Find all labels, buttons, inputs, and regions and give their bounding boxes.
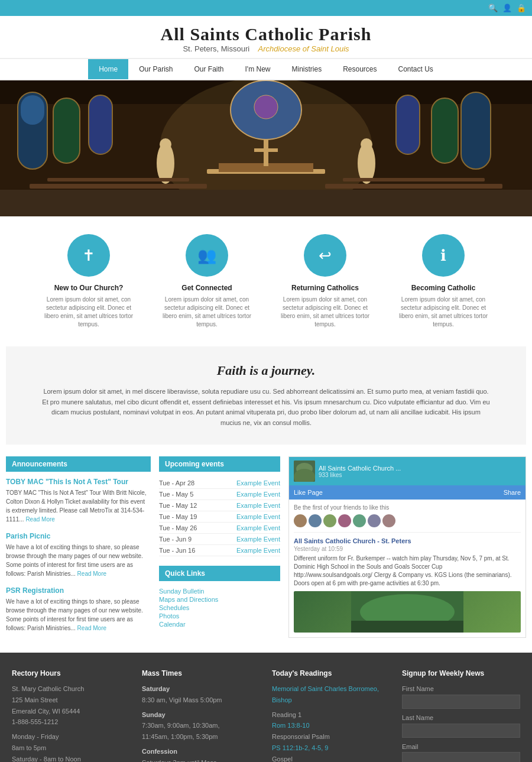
event-4-link[interactable]: Example Event <box>236 513 280 520</box>
icon-get-connected: 👥 Get Connected Lorem ipsum dolor sit am… <box>160 234 254 329</box>
mass-sunday-times2: 11:45am, 1:00pm, 5:30pm <box>142 731 260 742</box>
readings-memorial[interactable]: Memorial of Saint Charles Borromeo, Bish… <box>272 683 390 705</box>
events-header: Upcoming events <box>159 456 280 472</box>
nav-our-parish[interactable]: Our Parish <box>128 59 183 79</box>
user-icon[interactable]: 👤 <box>502 4 512 12</box>
footer: Rectory Hours St. Mary Catholic Church 1… <box>0 653 532 762</box>
get-connected-icon[interactable]: 👥 <box>186 234 228 277</box>
event-1-link[interactable]: Example Event <box>236 479 280 487</box>
quick-links: Quick Links Sunday Bulletin Maps and Dir… <box>159 566 280 628</box>
announcement-psr-read-more[interactable]: Read More <box>77 625 106 631</box>
announcement-toby-title[interactable]: TOBY MAC "This Is Not A Test" Tour <box>6 478 151 486</box>
svg-rect-5 <box>53 98 80 163</box>
announcement-picnic-read-more[interactable]: Read More <box>77 570 106 577</box>
mass-confession-times: Saturdays 3pm until Mass <box>142 757 260 763</box>
fb-share-btn[interactable]: Share <box>504 489 521 496</box>
readings-gospel: Gospel Lk 14:25-33 <box>272 754 390 763</box>
svg-rect-24 <box>343 178 485 181</box>
mass-confession-label: Confession <box>142 746 260 757</box>
event-7-link[interactable]: Example Event <box>236 547 280 554</box>
quick-link-photos[interactable]: Photos <box>159 612 280 620</box>
event-5-date: Tue - May 26 <box>159 524 197 531</box>
svg-rect-20 <box>0 190 532 216</box>
svg-rect-9 <box>396 95 420 154</box>
event-5-link[interactable]: Example Event <box>236 524 280 531</box>
rectory-weekdays-label: Monday - Friday <box>12 731 130 742</box>
event-3-link[interactable]: Example Event <box>236 502 280 509</box>
rectory-weekdays-hours: 8am to 5pm <box>12 742 130 754</box>
fb-like-page-btn[interactable]: Like Page <box>294 489 323 496</box>
announcement-toby-read-more[interactable]: Read More <box>25 516 54 523</box>
announcements-header: Announcements <box>6 456 151 472</box>
new-church-icon[interactable]: ✝ <box>67 234 110 277</box>
svg-point-19 <box>361 138 372 150</box>
get-connected-title: Get Connected <box>160 284 254 292</box>
announcement-psr-title[interactable]: PSR Registration <box>6 586 151 595</box>
fb-avatar-5 <box>353 514 366 527</box>
fb-be-first: Be the first of your friends to like thi… <box>294 504 521 511</box>
fb-post-time: Yesterday at 10:59 <box>294 546 521 552</box>
svg-rect-21 <box>30 184 207 189</box>
new-church-title: New to Our Church? <box>41 284 136 292</box>
search-icon[interactable]: 🔍 <box>488 4 498 12</box>
nav-contact[interactable]: Contact Us <box>388 59 444 79</box>
signup-first-label: First Name <box>402 683 520 695</box>
announcement-picnic-title[interactable]: Parish Picnic <box>6 532 151 540</box>
archdiocese: Archdiocese of Saint Louis <box>258 44 349 53</box>
readings-reading1: Reading 1 Rom 13:8-10 <box>272 709 390 731</box>
fb-post-author: All Saints Catholic Church - St. Peters <box>294 537 521 544</box>
rectory-church: St. Mary Catholic Church <box>12 683 130 695</box>
fb-avatar-3 <box>323 514 336 527</box>
fb-avatar-6 <box>368 514 381 527</box>
svg-rect-23 <box>47 178 189 181</box>
rectory-address: 125 Main Street <box>12 695 130 706</box>
nav-home[interactable]: Home <box>88 59 128 79</box>
quick-link-schedules[interactable]: Schedules <box>159 604 280 612</box>
get-connected-desc: Lorem ipsum dolor sit amet, con sectetur… <box>160 296 254 329</box>
quick-link-calendar[interactable]: Calendar <box>159 620 280 628</box>
facebook-widget: All Saints Catholic Church ... 933 likes… <box>288 456 526 638</box>
event-2-link[interactable]: Example Event <box>236 491 280 498</box>
returning-icon[interactable]: ↩ <box>304 234 346 277</box>
fb-post: All Saints Catholic Church - St. Peters … <box>294 532 521 633</box>
readings-reading1-ref[interactable]: Rom 13:8-10 <box>272 720 390 731</box>
icon-becoming: ℹ Becoming Catholic Lorem ipsum dolor si… <box>396 234 491 329</box>
site-subtitle: St. Peters, Missouri Archdiocese of Sain… <box>6 44 526 53</box>
svg-point-11 <box>254 95 278 119</box>
announcement-toby: TOBY MAC "This Is Not A Test" Tour TOBY … <box>6 478 151 524</box>
signup-first-input[interactable] <box>402 695 520 709</box>
nav-our-faith[interactable]: Our Faith <box>184 59 235 79</box>
site-header: All Saints Catholic Parish St. Peters, M… <box>0 16 532 58</box>
nav-ministries[interactable]: Ministries <box>281 59 332 79</box>
svg-rect-30 <box>351 621 463 633</box>
signup-last-input[interactable] <box>402 724 520 738</box>
events-column: Upcoming events Tue - Apr 28 Example Eve… <box>159 456 280 641</box>
event-6-link[interactable]: Example Event <box>236 536 280 543</box>
signup-email-label: Email <box>402 741 520 753</box>
quick-link-bulletin[interactable]: Sunday Bulletin <box>159 587 280 595</box>
fb-avatar-2 <box>309 514 322 527</box>
rectory-phone: 1-888-555-1212 <box>12 716 130 728</box>
hero-bg <box>0 80 532 216</box>
event-7-date: Tue - Jun 16 <box>159 547 195 554</box>
event-5: Tue - May 26 Example Event <box>159 523 280 534</box>
faith-body: Lorem ipsum dolor sit amet, in mel disce… <box>41 387 491 428</box>
announcement-toby-body: TOBY MAC "This Is Not A Test" Tour With … <box>6 488 151 524</box>
new-church-desc: Lorem ipsum dolor sit amet, con sectetur… <box>41 296 136 329</box>
nav-resources[interactable]: Resources <box>332 59 387 79</box>
mass-saturday-times: 8:30 am, Vigil Mass 5:00pm <box>142 695 260 706</box>
nav-im-new[interactable]: I'm New <box>235 59 281 79</box>
fb-post-image <box>294 591 521 633</box>
announcement-picnic: Parish Picnic We have a lot of exciting … <box>6 532 151 578</box>
hero-image <box>0 80 532 216</box>
event-3: Tue - May 12 Example Event <box>159 500 280 511</box>
lock-icon[interactable]: 🔒 <box>517 4 526 12</box>
fb-like-bar: Like Page Share <box>289 485 525 500</box>
event-1: Tue - Apr 28 Example Event <box>159 478 280 489</box>
fb-avatar-7 <box>382 514 395 527</box>
quick-link-maps[interactable]: Maps and Directions <box>159 595 280 604</box>
signup-email-input[interactable] <box>402 752 520 762</box>
announcement-picnic-body: We have a lot of exciting things to shar… <box>6 543 151 578</box>
becoming-icon[interactable]: ℹ <box>422 234 465 277</box>
readings-psalm-ref[interactable]: PS 112:1b-2, 4-5, 9 <box>272 742 390 754</box>
